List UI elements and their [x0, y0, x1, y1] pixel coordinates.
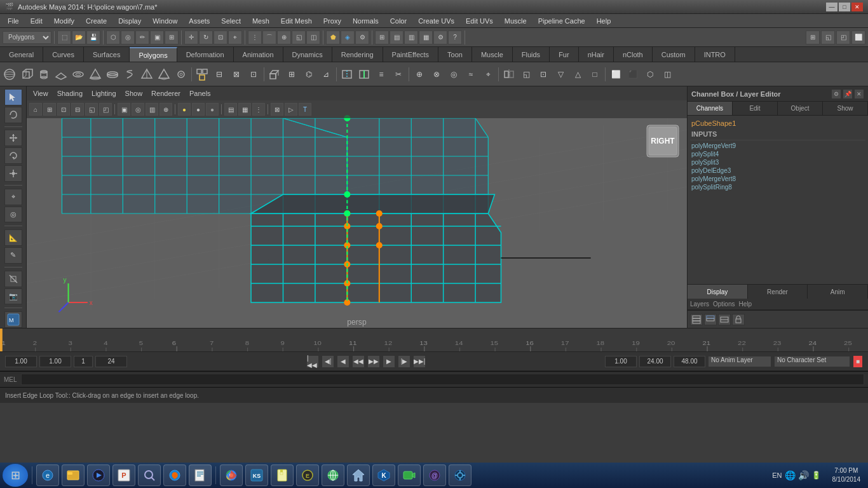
tab-dynamics[interactable]: Dynamics: [283, 47, 332, 62]
icon-smooth[interactable]: ◎: [445, 66, 462, 83]
icon-merge[interactable]: ⊕: [411, 66, 428, 83]
menu-mesh[interactable]: Mesh: [247, 16, 275, 26]
icon-offset-edge-loop[interactable]: ≡: [373, 66, 390, 83]
menu-edit-uvs[interactable]: Edit UVs: [461, 16, 498, 26]
help-line-button[interactable]: ?: [448, 30, 462, 44]
taskbar-firefox[interactable]: [163, 464, 186, 486]
taskbar-home[interactable]: [347, 464, 370, 486]
vp-tb-framing[interactable]: ⊞: [43, 103, 56, 116]
menu-modify[interactable]: Modify: [49, 16, 79, 26]
icon-reduce[interactable]: ▽: [552, 66, 569, 83]
icon-duplicate-face[interactable]: ◱: [518, 66, 534, 83]
icon-cut-faces[interactable]: ✂: [390, 66, 407, 83]
pb-back-key[interactable]: ◀|: [322, 355, 334, 368]
vp-tb-select-all[interactable]: ⊡: [57, 103, 70, 116]
tool-scale[interactable]: [4, 165, 22, 182]
taskbar-mediaplayer[interactable]: [87, 464, 110, 486]
save-button[interactable]: 💾: [86, 30, 100, 44]
tool-grid[interactable]: [4, 271, 22, 287]
icon-fill-hole[interactable]: ⊿: [318, 66, 334, 83]
layer-add-button[interactable]: [690, 314, 703, 325]
range-end-field[interactable]: [639, 356, 671, 367]
icon-separate[interactable]: ⊟: [211, 66, 227, 83]
start-frame-field[interactable]: [5, 356, 37, 367]
vp-tb-ao[interactable]: ▦: [238, 103, 251, 116]
menu-window[interactable]: Window: [147, 16, 182, 26]
character-set-dropdown[interactable]: No Character Set: [774, 356, 850, 367]
icon-average-vertices[interactable]: ≈: [463, 66, 479, 83]
select-mode-button[interactable]: ⬡: [106, 30, 120, 44]
cb-settings-button[interactable]: ⚙: [831, 89, 841, 99]
frame-tick-field[interactable]: [74, 356, 93, 367]
icon-quadrangulate[interactable]: □: [587, 66, 603, 83]
tool-camera[interactable]: 📷: [4, 288, 22, 305]
tab-muscle[interactable]: Muscle: [472, 47, 513, 62]
taskbar-chrome[interactable]: [220, 464, 243, 486]
taskbar-clock[interactable]: 7:00 PM 8/10/2014: [827, 466, 866, 484]
tool-select[interactable]: [4, 89, 22, 105]
menu-edit-mesh[interactable]: Edit Mesh: [276, 16, 317, 26]
menu-file[interactable]: File: [3, 16, 24, 26]
icon-polygon-cone[interactable]: [87, 66, 104, 83]
menu-help[interactable]: Help: [592, 16, 616, 26]
cb-pin-button[interactable]: 📌: [843, 89, 853, 99]
cb-input-1[interactable]: polyMergeVert9: [690, 142, 865, 150]
snap-live-button[interactable]: ◫: [306, 30, 320, 44]
vp-tb-hierarchy[interactable]: ⊟: [71, 103, 84, 116]
new-scene-button[interactable]: ⬚: [57, 30, 71, 44]
icon-polygon-cube[interactable]: [18, 66, 35, 83]
tool-move[interactable]: [4, 130, 22, 146]
vp-tb-light2[interactable]: ●: [192, 103, 205, 116]
vp-tb-flat-shaded[interactable]: ▥: [146, 103, 158, 116]
pb-settings-button[interactable]: ■: [853, 355, 863, 368]
menu-proxy[interactable]: Proxy: [318, 16, 346, 26]
right-panel-btn1[interactable]: ⊞: [806, 30, 820, 44]
layer-lock-button[interactable]: [732, 314, 745, 325]
cbf-tab-render[interactable]: Render: [748, 285, 808, 299]
anim-layer-dropdown[interactable]: No Anim Layer: [708, 356, 771, 367]
tab-rendering[interactable]: Rendering: [332, 47, 383, 62]
taskbar-explorer[interactable]: [62, 464, 85, 486]
component-select-button[interactable]: ⊞: [165, 30, 179, 44]
snap-point-button[interactable]: ⊕: [277, 30, 291, 44]
tab-fur[interactable]: Fur: [550, 47, 579, 62]
cb-tab-edit[interactable]: Edit: [733, 102, 778, 115]
tool-show-manip[interactable]: ⌖: [4, 189, 22, 205]
hypergraph-button[interactable]: ▤: [390, 30, 403, 44]
tab-nhair[interactable]: nHair: [579, 47, 614, 62]
icon-mirror-geometry[interactable]: [501, 66, 517, 83]
taskbar-ie[interactable]: e: [36, 464, 59, 486]
tab-intro[interactable]: INTRO: [695, 47, 735, 62]
ipr-button[interactable]: ◈: [341, 30, 355, 44]
universal-manip-button[interactable]: ⌖: [228, 30, 242, 44]
object-select-button[interactable]: ▣: [150, 30, 164, 44]
menu-edit[interactable]: Edit: [25, 16, 48, 26]
snap-curve-button[interactable]: ⌒: [262, 30, 276, 44]
tab-deformation[interactable]: Deformation: [177, 47, 234, 62]
viewport-menu-shading[interactable]: Shading: [53, 88, 86, 98]
channel-box-button[interactable]: ▦: [419, 30, 433, 44]
cb-tab-object[interactable]: Object: [778, 102, 823, 115]
taskbar-gaming[interactable]: E: [296, 464, 319, 486]
vp-tb-points[interactable]: ⊕: [159, 103, 172, 116]
paint-button[interactable]: ✏: [135, 30, 149, 44]
taskbar-search[interactable]: [138, 464, 161, 486]
viewport-menu-panels[interactable]: Panels: [186, 88, 215, 98]
vp-tb-home[interactable]: ⌂: [29, 103, 42, 116]
menu-color[interactable]: Color: [385, 16, 412, 26]
tab-polygons[interactable]: Polygons: [130, 47, 177, 62]
nav-cube[interactable]: RIGHT: [644, 122, 682, 160]
right-panel-btn4[interactable]: ⬜: [851, 30, 865, 44]
menu-display[interactable]: Display: [113, 16, 146, 26]
timeline-ruler[interactable]: 1 2 3 4 5 6 7 8 9 10 11: [0, 329, 868, 351]
icon-extrude[interactable]: [266, 66, 283, 83]
vp-tb-light1[interactable]: ●: [178, 103, 191, 116]
right-panel-btn2[interactable]: ◱: [821, 30, 835, 44]
icon-uv-editor[interactable]: ⬛: [625, 66, 641, 83]
cbf-tab-display[interactable]: Display: [688, 285, 748, 299]
taskbar-archive[interactable]: [271, 464, 294, 486]
tab-custom[interactable]: Custom: [653, 47, 695, 62]
vp-tb-hud[interactable]: T: [299, 103, 311, 116]
layer-visible-button[interactable]: [718, 314, 731, 325]
viewport-menu-view[interactable]: View: [29, 88, 52, 98]
